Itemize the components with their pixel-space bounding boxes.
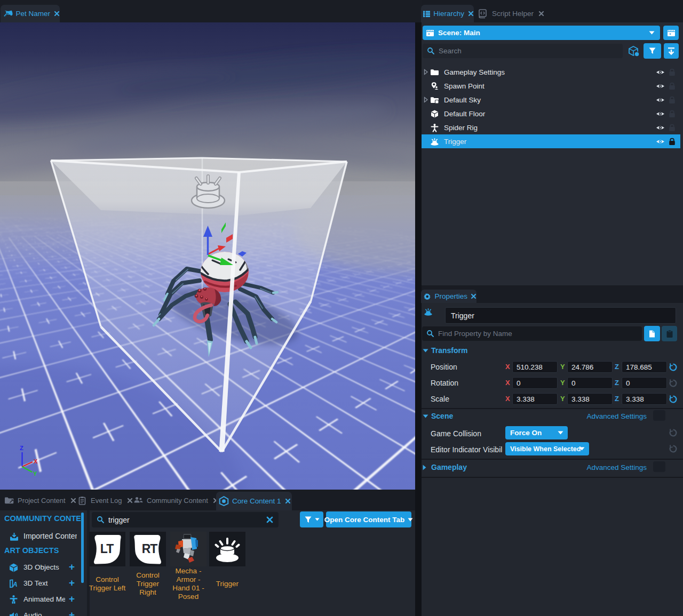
svg-text:Z: Z — [20, 445, 23, 451]
svg-text:Y: Y — [33, 470, 37, 477]
svg-text:A: A — [12, 581, 18, 588]
svg-text:X: X — [34, 458, 38, 465]
svg-text:LT: LT — [100, 542, 114, 556]
svg-text:RT: RT — [142, 542, 158, 556]
